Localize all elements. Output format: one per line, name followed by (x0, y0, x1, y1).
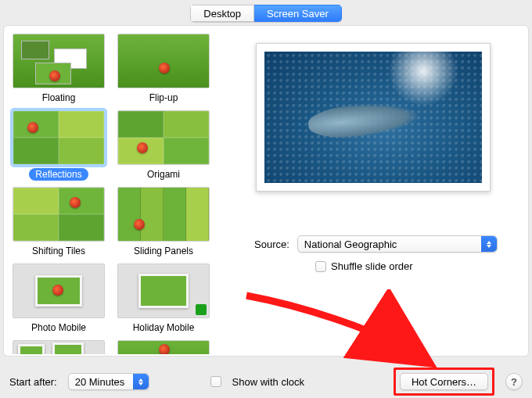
source-select-value: National Geographic (304, 238, 397, 250)
stepper-icon (133, 374, 149, 389)
source-select[interactable]: National Geographic (297, 235, 498, 253)
screensaver-label: Holiday Mobile (127, 321, 201, 334)
screensaver-preview (256, 43, 491, 192)
screensaver-item-flip-up[interactable]: Flip-up (115, 34, 212, 109)
screensaver-label: Sliding Panels (128, 245, 200, 257)
show-with-clock-label: Show with clock (232, 376, 304, 388)
screensaver-label: Flip-up (143, 91, 185, 104)
screensaver-label: Reflections (29, 168, 88, 181)
start-after-select[interactable]: 20 Minutes (68, 373, 149, 390)
start-after-value: 20 Minutes (75, 376, 125, 388)
screensaver-gallery[interactable]: Floating Flip-up Reflections (4, 26, 218, 356)
tab-bar: Desktop Screen Saver (0, 5, 532, 22)
source-label: Source: (254, 238, 289, 250)
screensaver-item-shifting-tiles[interactable]: Shifting Tiles (10, 187, 107, 262)
footer-bar: Start after: 20 Minutes Show with clock … (0, 360, 532, 398)
screensaver-label: Floating (36, 91, 82, 104)
screensaver-item-reflections[interactable]: Reflections (10, 110, 107, 185)
screensaver-item-photo-mobile[interactable]: Photo Mobile (10, 264, 107, 339)
screensaver-item-holiday-mobile[interactable]: Holiday Mobile (115, 264, 212, 339)
tab-screen-saver[interactable]: Screen Saver (254, 5, 342, 22)
show-with-clock-checkbox[interactable] (210, 376, 221, 387)
screensaver-item-partial-1[interactable] (10, 340, 107, 354)
screensaver-label: Shifting Tiles (26, 245, 92, 257)
preview-column: Source: National Geographic Shuffle slid… (218, 26, 528, 356)
hot-corners-button[interactable]: Hot Corners… (400, 373, 488, 390)
tab-desktop[interactable]: Desktop (190, 5, 254, 22)
shuffle-label: Shuffle slide order (331, 260, 413, 272)
screensaver-item-partial-2[interactable] (115, 340, 212, 354)
hot-corners-highlight: Hot Corners… (394, 368, 494, 396)
screensaver-item-floating[interactable]: Floating (10, 34, 107, 109)
main-panel: Floating Flip-up Reflections (3, 25, 529, 357)
screensaver-label: Photo Mobile (25, 321, 92, 334)
help-button[interactable]: ? (505, 373, 523, 390)
screensaver-item-sliding-panels[interactable]: Sliding Panels (115, 187, 212, 262)
shuffle-checkbox[interactable] (315, 261, 326, 272)
start-after-label: Start after: (9, 376, 57, 388)
screensaver-label: Origami (141, 168, 186, 181)
stepper-icon (481, 236, 497, 252)
screensaver-item-origami[interactable]: Origami (115, 110, 212, 185)
